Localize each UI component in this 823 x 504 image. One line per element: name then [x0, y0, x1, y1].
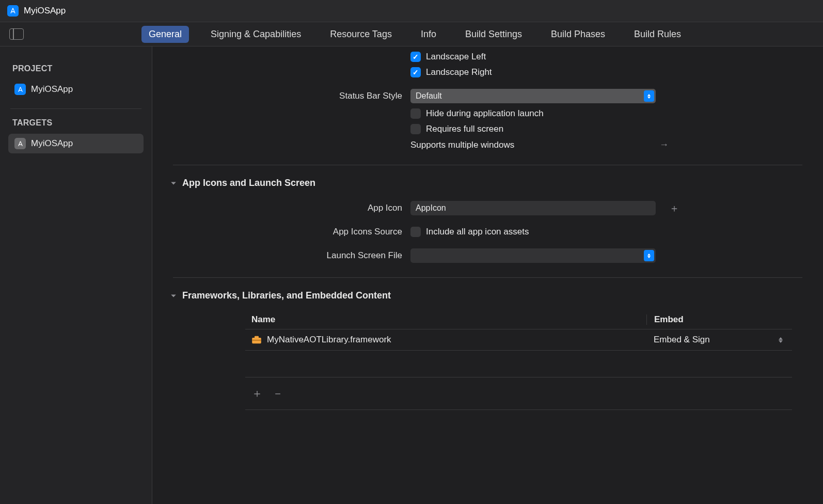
checkbox-requires-full[interactable] [410, 124, 421, 134]
label-launch-screen: Launch Screen File [173, 250, 410, 261]
tab-info[interactable]: Info [414, 26, 444, 43]
tab-build-rules[interactable]: Build Rules [627, 26, 688, 43]
remove-framework-button[interactable]: － [272, 386, 283, 401]
table-empty-row [245, 351, 792, 377]
section-frameworks-title: Frameworks, Libraries, and Embedded Cont… [182, 290, 391, 301]
add-app-icon-button[interactable]: ＋ [668, 202, 680, 214]
select-status-bar-style[interactable]: Default [410, 89, 656, 103]
window-title: MyiOSApp [24, 6, 66, 16]
framework-name: MyNativeAOTLibrary.framework [267, 335, 391, 345]
target-icon [14, 138, 26, 149]
label-multiple-windows: Supports multiple windows [410, 140, 514, 150]
sidebar-project-label: MyiOSApp [31, 84, 73, 94]
sidebar-toggle-icon[interactable] [9, 28, 24, 40]
project-icon [14, 84, 26, 95]
framework-name-cell: MyNativeAOTLibrary.framework [251, 335, 646, 345]
label-include-all-assets: Include all app icon assets [426, 227, 529, 237]
row-app-icons-source: App Icons Source Include all app icon as… [173, 227, 802, 237]
select-launch-screen[interactable] [410, 248, 656, 263]
select-status-bar-value: Default [416, 91, 442, 101]
app-store-icon [7, 5, 19, 17]
label-landscape-left: Landscape Left [426, 52, 486, 62]
section-frameworks-header[interactable]: Frameworks, Libraries, and Embedded Cont… [170, 290, 802, 301]
titlebar: MyiOSApp [0, 0, 823, 22]
row-status-bar-style: Status Bar Style Default [173, 89, 802, 103]
sidebar-project-heading: PROJECT [12, 64, 139, 73]
tab-general[interactable]: General [141, 26, 189, 43]
frameworks-table: Name Embed MyNativeAOTLibrary.framework [245, 310, 792, 410]
tab-build-phases[interactable]: Build Phases [544, 26, 612, 43]
sidebar-target-item[interactable]: MyiOSApp [8, 134, 144, 153]
section-app-icons-title: App Icons and Launch Screen [182, 178, 315, 188]
row-hide-launch: Hide during application launch [173, 108, 802, 119]
arrow-right-icon[interactable]: → [659, 139, 669, 150]
checkbox-landscape-left[interactable] [410, 52, 421, 62]
input-app-icon[interactable] [410, 201, 656, 215]
updown-icon [779, 337, 783, 343]
row-multiple-windows: Supports multiple windows → [173, 139, 802, 150]
table-footer: ＋ － [245, 377, 792, 410]
select-caret-icon [644, 90, 654, 102]
tab-resource-tags[interactable]: Resource Tags [323, 26, 399, 43]
row-landscape-left: Landscape Left [173, 52, 802, 62]
row-app-icon: App Icon ＋ [173, 201, 802, 215]
table-row[interactable]: MyNativeAOTLibrary.framework Embed & Sig… [245, 329, 792, 351]
label-app-icon: App Icon [173, 203, 410, 213]
col-embed: Embed [646, 314, 786, 325]
checkbox-include-all-assets[interactable] [410, 227, 421, 237]
section-app-icons-header[interactable]: App Icons and Launch Screen [170, 178, 802, 188]
section-divider [173, 277, 802, 278]
label-landscape-right: Landscape Right [426, 67, 492, 77]
svg-rect-2 [252, 340, 261, 341]
sidebar-target-label: MyiOSApp [31, 138, 73, 149]
section-divider [173, 165, 802, 165]
sidebar-targets-heading: TARGETS [12, 118, 139, 128]
content-area: Landscape Left Landscape Right Status Ba… [152, 46, 823, 504]
sidebar-project-item[interactable]: MyiOSApp [8, 80, 144, 99]
label-app-icons-source: App Icons Source [173, 227, 410, 237]
embed-select[interactable]: Embed & Sign [646, 335, 786, 345]
tab-build-settings[interactable]: Build Settings [458, 26, 529, 43]
table-header: Name Embed [245, 310, 792, 329]
chevron-down-icon [170, 180, 177, 187]
tab-bar: General Signing & Capabilities Resource … [0, 22, 823, 46]
label-status-bar: Status Bar Style [173, 91, 410, 101]
row-launch-screen: Launch Screen File [173, 248, 802, 263]
svg-rect-1 [255, 336, 259, 338]
col-name: Name [251, 314, 646, 325]
sidebar: PROJECT MyiOSApp TARGETS MyiOSApp [0, 46, 152, 504]
select-caret-icon [644, 250, 654, 261]
label-hide-launch: Hide during application launch [426, 108, 544, 119]
framework-icon [251, 336, 262, 344]
label-requires-full: Requires full screen [426, 124, 503, 134]
sidebar-divider [10, 108, 141, 109]
tab-signing[interactable]: Signing & Capabilities [203, 26, 308, 43]
chevron-down-icon [170, 292, 177, 300]
checkbox-hide-launch[interactable] [410, 108, 421, 119]
row-requires-full: Requires full screen [173, 124, 802, 134]
add-framework-button[interactable]: ＋ [251, 386, 263, 401]
embed-value: Embed & Sign [654, 335, 710, 345]
checkbox-landscape-right[interactable] [410, 67, 421, 77]
row-landscape-right: Landscape Right [173, 67, 802, 77]
